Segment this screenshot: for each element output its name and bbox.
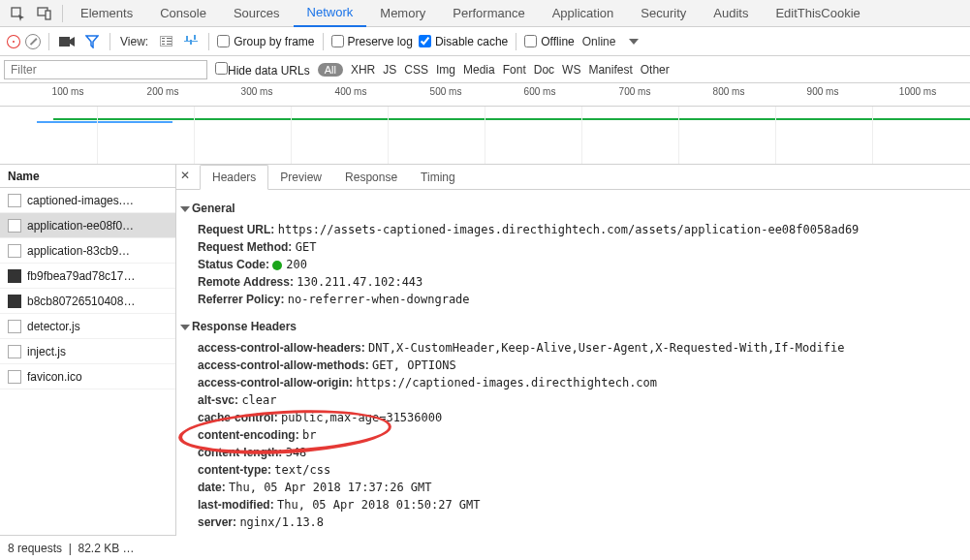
file-icon [8,244,21,258]
clear-icon[interactable] [25,34,41,49]
main-area: Name captioned-images.… application-ee08… [0,165,970,535]
network-toolbar: View: Group by frame Preserve log Disabl… [0,27,970,56]
request-count: 8 requests [8,542,62,555]
response-headers-section-header[interactable]: Response Headers [182,318,960,335]
status-bar: 8 requests | 82.2 KB … [0,535,176,560]
overview-gridline [485,107,485,164]
filter-other[interactable]: Other [641,63,670,77]
tab-network[interactable]: Network [294,0,367,27]
inspect-icon[interactable] [4,0,31,27]
tab-application[interactable]: Application [539,0,628,27]
tab-console[interactable]: Console [146,0,220,27]
disclosure-triangle-icon [180,206,190,212]
header-row: content-length: 348 [182,444,960,461]
header-row: Referrer Policy: no-referrer-when-downgr… [182,291,960,308]
filter-xhr[interactable]: XHR [351,63,375,77]
header-row: cache-control: public,max-age=31536000 [182,409,960,426]
request-row[interactable]: application-83cb9… [0,238,175,264]
header-row: date: Thu, 05 Apr 2018 17:37:26 GMT [182,479,960,496]
close-icon[interactable]: ✕ [180,169,190,182]
header-row: Request Method: GET [182,238,960,256]
offline-checkbox[interactable]: Offline [524,35,574,48]
subtab-headers[interactable]: Headers [200,165,268,190]
subtab-preview[interactable]: Preview [268,165,333,189]
preserve-log-checkbox[interactable]: Preserve log [331,35,413,48]
tab-elements[interactable]: Elements [67,0,146,27]
disclosure-triangle-icon [180,325,190,330]
general-section-header[interactable]: General [182,200,960,217]
header-row: server: nginx/1.13.8 [182,513,960,531]
header-row: Remote Address: 130.211.47.102:443 [182,273,960,291]
filter-media[interactable]: Media [463,63,495,77]
view-label: View: [120,35,148,48]
divider [48,33,49,50]
request-list: Name captioned-images.… application-ee08… [0,165,176,535]
request-row[interactable]: favicon.ico [0,364,175,389]
filter-icon[interactable] [82,35,102,48]
filter-bar: Hide data URLs All XHR JS CSS Img Media … [0,56,970,83]
overview-gridline [291,107,292,164]
filter-doc[interactable]: Doc [534,63,554,77]
overview-blueline [37,121,172,123]
file-icon [8,370,21,384]
disable-cache-checkbox[interactable]: Disable cache [419,35,508,48]
request-row[interactable]: captioned-images.… [0,188,175,213]
divider [323,33,324,50]
tick: 600 ms [524,86,556,97]
detail-subtabs: Headers Preview Response Timing [176,165,970,190]
header-row: last-modified: Thu, 05 Apr 2018 01:50:27… [182,496,960,513]
throttling-dropdown-icon[interactable] [629,39,639,45]
tick: 900 ms [807,86,839,97]
request-row[interactable]: inject.js [0,339,175,364]
header-row: Status Code: 200 [182,256,960,273]
overview-gridline [388,107,389,164]
top-tab-bar: Elements Console Sources Network Memory … [0,0,970,27]
request-row[interactable]: detector.js [0,314,175,339]
header-row: access-control-allow-headers: DNT,X-Cust… [182,339,960,357]
camera-icon[interactable] [57,36,77,47]
request-list-header[interactable]: Name [0,165,175,188]
filter-font[interactable]: Font [503,63,526,77]
tab-editthiscookie[interactable]: EditThisCookie [762,0,873,27]
large-rows-icon[interactable] [156,36,175,47]
tick: 700 ms [619,86,651,97]
filter-img[interactable]: Img [436,63,455,77]
tab-security[interactable]: Security [627,0,700,27]
hide-data-urls-checkbox[interactable]: Hide data URLs [215,62,310,78]
request-row[interactable]: fb9fbea79ad78c17… [0,264,175,289]
overview-gridline [194,107,195,164]
overview-gridline [775,107,776,164]
record-icon[interactable] [8,36,19,47]
file-icon [8,194,21,207]
device-toggle-icon[interactable] [31,0,58,27]
tab-memory[interactable]: Memory [366,0,439,27]
group-by-frame-checkbox[interactable]: Group by frame [217,35,314,48]
filter-input[interactable] [4,60,207,79]
headers-content: General Request URL: https://assets-capt… [176,190,970,535]
filter-all[interactable]: All [318,63,343,77]
waterfall-view-icon[interactable] [181,36,201,47]
file-icon [8,320,21,333]
filter-js[interactable]: JS [383,63,396,77]
tab-audits[interactable]: Audits [700,0,762,27]
filter-ws[interactable]: WS [562,63,580,77]
overview-gridline [872,107,873,164]
tick: 100 ms [52,86,84,97]
tab-sources[interactable]: Sources [220,0,294,27]
tick: 300 ms [241,86,273,97]
request-row[interactable]: b8cb80726510408… [0,289,175,314]
filter-manifest[interactable]: Manifest [588,63,632,77]
request-row[interactable]: application-ee08f0… [0,213,175,238]
overview-gridline [678,107,679,164]
overview-waterfall[interactable] [0,107,970,165]
subtab-response[interactable]: Response [333,165,409,189]
timeline-ruler[interactable]: 100 ms 200 ms 300 ms 400 ms 500 ms 600 m… [0,83,970,107]
image-icon [8,269,21,283]
subtab-timing[interactable]: Timing [409,165,467,189]
tab-performance[interactable]: Performance [439,0,538,27]
online-label[interactable]: Online [582,35,616,48]
request-detail: ✕ Headers Preview Response Timing Genera… [176,165,970,535]
filter-css[interactable]: CSS [404,63,428,77]
header-row: Request URL: https://assets-captioned-im… [182,221,960,238]
tick: 400 ms [335,86,367,97]
